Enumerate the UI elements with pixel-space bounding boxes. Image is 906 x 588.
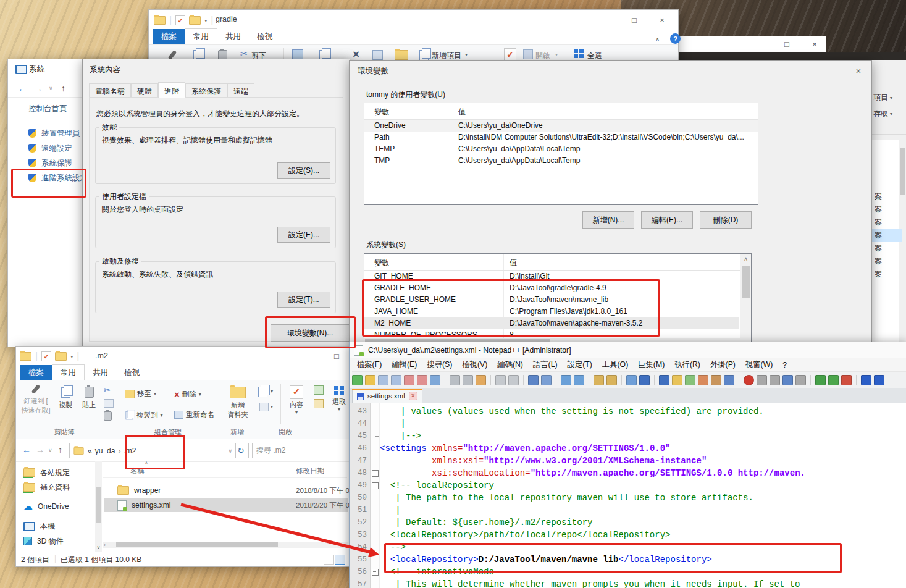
list-item[interactable]: 案	[872, 268, 902, 280]
menu-item-9[interactable]: 執行(R)	[669, 359, 705, 370]
rename-icon[interactable]	[372, 50, 383, 60]
show-all-characters-icon[interactable]	[639, 375, 650, 385]
env-var-row[interactable]: GRADLE_USER_HOMED:\JavaTool\maven\mavne_…	[364, 294, 739, 306]
menu-item-3[interactable]: 檢視(V)	[457, 359, 492, 370]
help-button[interactable]: ?	[670, 33, 681, 44]
rename-button[interactable]: 重新命名	[174, 410, 214, 419]
macro-play-icon[interactable]	[770, 375, 780, 385]
new-folder-button[interactable]: 新增 資料夾	[224, 383, 252, 419]
minimize-button[interactable]: −	[746, 38, 770, 50]
up-icon[interactable]: ↑	[61, 83, 65, 93]
sidebar-item-0[interactable]: 各站規定	[23, 466, 70, 479]
settings-button-0[interactable]: 設定(S)...	[277, 162, 330, 178]
close-button[interactable]: ×	[650, 14, 674, 26]
up-icon[interactable]: ↑	[58, 445, 62, 455]
breadcrumb-part[interactable]: yu_da	[95, 447, 115, 455]
quick-access-check-icon[interactable]: ✓	[41, 351, 51, 361]
fold-marker-icon[interactable]	[371, 479, 380, 492]
env-var-row[interactable]: GRADLE_HOMED:\JavaTool\gradle\gradle-4.9	[364, 282, 739, 294]
list-item[interactable]: 案	[872, 190, 902, 203]
sysprops-tab-3[interactable]: 系統保護	[185, 83, 227, 98]
column-name[interactable]: 名稱	[130, 466, 145, 476]
sidebar-item-4[interactable]: 3D 物件	[23, 535, 64, 547]
menu-item-6[interactable]: 設定(T)	[563, 359, 597, 370]
system-link-3[interactable]: 進階系統設定	[28, 172, 88, 184]
sidebar-item-3[interactable]: 本機	[23, 520, 55, 532]
minimize-button[interactable]: −	[595, 14, 618, 26]
replace-icon[interactable]	[541, 375, 552, 385]
minimize-button[interactable]: −	[301, 350, 325, 362]
select-all-icon[interactable]	[574, 49, 584, 58]
code-line[interactable]: 51 |	[350, 504, 906, 516]
m2-tab-1[interactable]: 常用	[52, 364, 85, 380]
code-line[interactable]: 55 <localRepository>D:/JavaTool/maven/ma…	[350, 553, 906, 566]
copy-icon[interactable]	[463, 375, 473, 385]
list-item[interactable]: 案	[872, 229, 902, 242]
m2-tab-3[interactable]: 檢視	[116, 365, 148, 380]
gradle-tab-3[interactable]: 檢視	[249, 29, 280, 44]
cut-icon[interactable]: ✂	[104, 385, 111, 395]
env-var-row[interactable]: JAVA_HOMEC:\Program Files\Java\jdk1.8.0_…	[364, 306, 739, 317]
code-editor[interactable]: 43 | values (values used when the settin…	[350, 403, 906, 588]
code-line[interactable]: 50 | The path to the local repository ma…	[350, 492, 906, 504]
list-item[interactable]: 案	[872, 255, 902, 267]
env-var-row[interactable]: OneDriveC:\Users\yu_da\OneDrive	[364, 120, 758, 132]
redo-icon[interactable]	[508, 375, 519, 385]
scroll-up-icon[interactable]: ∧	[740, 254, 751, 263]
env-var-row[interactable]: TEMPC:\Users\yu_da\AppData\Local\Temp	[364, 143, 758, 155]
properties-button[interactable]: ✓ 內容 ▾	[283, 383, 310, 415]
horizontal-scrollbar[interactable]: ‹	[103, 542, 348, 548]
code-line[interactable]: 44 |	[350, 418, 906, 430]
sync-horizontal-icon[interactable]	[606, 375, 617, 385]
code-line[interactable]: 53 <localRepository>/path/to/local/repo<…	[350, 529, 906, 541]
breadcrumb-part[interactable]: .m2	[124, 447, 136, 455]
code-line[interactable]: 47 xmlns:xsi="http://www.w3.org/2001/XML…	[350, 455, 906, 467]
delete-button[interactable]: 刪除(D)	[700, 211, 752, 229]
cut-icon[interactable]	[450, 375, 460, 385]
history-icon[interactable]	[314, 399, 324, 408]
new-item-icon[interactable]	[419, 50, 429, 61]
sidebar-item-2[interactable]: ☁OneDrive	[23, 500, 69, 513]
ribbon-item-new-item[interactable]: 項目▾	[873, 93, 892, 103]
fold-all-icon[interactable]	[861, 375, 871, 385]
ribbon-collapse-icon[interactable]: ∧	[655, 36, 660, 43]
file-row-wrapper[interactable]: wrapper2018/8/10 下午 0...	[104, 484, 348, 497]
paste-icon[interactable]	[476, 375, 486, 385]
sysprops-tab-1[interactable]: 硬體	[131, 83, 158, 98]
copy-path-icon[interactable]	[104, 399, 114, 408]
code-line[interactable]: 56 <!-- interactiveMode	[350, 566, 906, 578]
edit-icon[interactable]	[314, 385, 324, 395]
save-icon[interactable]	[378, 375, 388, 385]
easy-access-icon[interactable]	[259, 403, 269, 411]
qat-customize-icon[interactable]: ▾	[204, 18, 207, 23]
new-item-icon[interactable]	[258, 387, 267, 397]
environment-variables-button[interactable]: 環境變數(N)...	[271, 324, 350, 342]
history-dropdown-icon[interactable]: ∨	[49, 85, 53, 91]
column-header-name[interactable]: 變數	[374, 258, 389, 268]
code-line[interactable]: 45 |-->	[350, 430, 906, 442]
pin-to-quick-access-button[interactable]: 釘選到 [ 快速存取]	[19, 384, 53, 415]
scrollbar[interactable]: ∨	[95, 461, 102, 552]
file-monitoring-icon[interactable]	[724, 375, 734, 385]
breadcrumb-overflow-icon[interactable]: «	[88, 447, 92, 455]
menu-item-11[interactable]: 視窗(W)	[740, 359, 778, 370]
menu-item-8[interactable]: 巨集(M)	[633, 359, 669, 370]
word-wrap-icon[interactable]	[626, 375, 637, 385]
gradle-tab-1[interactable]: 常用	[185, 28, 217, 44]
new-button[interactable]: 新增(N)...	[582, 211, 634, 229]
list-item[interactable]: 案	[872, 203, 902, 216]
menu-item-7[interactable]: 工具(O)	[597, 359, 633, 370]
system-link-1[interactable]: 遠端設定	[28, 142, 72, 154]
delete-icon[interactable]: ×	[353, 48, 359, 61]
print-icon[interactable]	[430, 375, 440, 385]
new-folder-icon[interactable]	[395, 50, 408, 60]
close-button[interactable]: ×	[849, 64, 868, 77]
settings-button-2[interactable]: 設定(T)...	[277, 292, 330, 308]
paste-button[interactable]: 貼上	[78, 384, 100, 410]
undo-icon[interactable]	[495, 375, 506, 385]
find-icon[interactable]	[528, 375, 539, 385]
env-var-row[interactable]: M2_HOMED:\JavaTool\maven\apache-maven-3.…	[364, 317, 739, 329]
address-dropdown-icon[interactable]: ∨	[228, 448, 232, 454]
gradle-tab-0[interactable]: 檔案	[153, 29, 185, 44]
menu-item-4[interactable]: 編碼(N)	[492, 359, 528, 370]
